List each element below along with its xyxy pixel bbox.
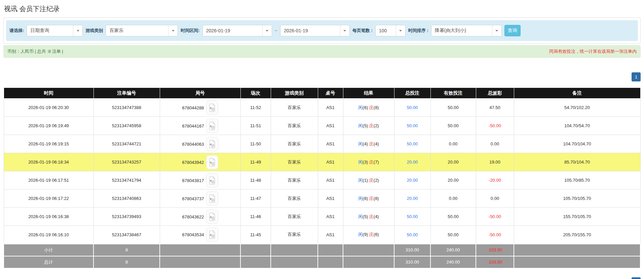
cell-total-bet: 50.00 — [394, 226, 430, 244]
cell-bet-id: 523134738467 — [93, 226, 160, 244]
round-number: 678043737 — [182, 196, 204, 201]
column-header-round: 局号 — [160, 88, 240, 99]
time-sort-select[interactable]: 降幂(由大到小) — [431, 25, 502, 36]
cell-table: AS1 — [318, 117, 343, 135]
result-banker-count: (8) — [374, 105, 379, 110]
video-replay-button[interactable] — [206, 101, 218, 115]
cell-result: 闲(6) 庄(8) — [343, 99, 394, 117]
video-file-icon — [209, 212, 216, 221]
cell-bet-id: 523134743257 — [93, 153, 160, 171]
video-replay-button[interactable] — [206, 191, 218, 206]
search-button[interactable]: 查询 — [504, 25, 521, 36]
game-category-label: 游戏类别 — [85, 28, 103, 34]
cell-round: 678043817 — [160, 171, 240, 189]
subtotal-valid-bet: 240.00 — [430, 244, 476, 256]
result-player-count: (3) — [363, 160, 368, 165]
result-player: 闲 — [358, 232, 363, 237]
currency-summary-text: 币别：人民币 | 总共 :8 注单 | — [7, 48, 63, 55]
cell-bet-id: 523134745958 — [93, 117, 160, 135]
caret-down-icon — [172, 30, 175, 32]
cell-payout: 19.00 — [476, 153, 514, 171]
video-replay-button[interactable] — [206, 210, 218, 224]
video-file-icon — [209, 158, 216, 167]
total-row: 总计 8 310.00 240.00 -103.50 — [4, 256, 640, 268]
table-header-row: 时间 注单编号 局号 场次 游戏类别 桌号 结果 总投注 有效投注 总派彩 备注 — [4, 88, 640, 99]
cell-result: 闲(3) 庄(7) — [343, 153, 394, 171]
table-row: 2026-01-19 06:19:15 523134744721 6780440… — [4, 135, 640, 153]
result-banker: 庄 — [369, 232, 374, 237]
cell-result: 闲(4) 庄(4) — [343, 135, 394, 153]
time-sort-caret — [492, 25, 501, 36]
video-file-icon — [209, 176, 216, 185]
cell-bet-id: 523134739493 — [93, 208, 160, 226]
table-row: 2026-01-19 06:16:10 523134738467 6780435… — [4, 226, 640, 244]
total-count: 8 — [93, 256, 160, 268]
caret-down-icon — [399, 30, 402, 32]
date-to-select[interactable]: 2026-01-19 — [280, 25, 350, 36]
cell-time: 2026-01-19 06:19:49 — [4, 117, 93, 135]
cell-note: 85.70/104.70 — [514, 153, 640, 171]
cell-time: 2026-01-19 06:17:22 — [4, 189, 93, 208]
table-row: 2026-01-19 06:17:51 523134741794 6780438… — [4, 171, 640, 189]
game-category-select[interactable]: 百家乐 — [106, 25, 178, 36]
date-from-select[interactable]: 2026-01-19 — [202, 25, 272, 36]
page-size-label: 每页笔数 : — [352, 28, 373, 34]
game-category-value: 百家乐 — [106, 25, 168, 36]
column-header-result: 结果 — [343, 88, 394, 99]
video-replay-button[interactable] — [206, 119, 218, 133]
total-label: 总计 — [4, 256, 93, 268]
cell-payout: 0.00 — [476, 135, 514, 153]
pagination-top: 1 — [3, 72, 641, 81]
cell-note: 104.70/54.70 — [514, 117, 640, 135]
result-player-count: (5) — [363, 123, 368, 128]
round-number: 678044288 — [182, 105, 204, 110]
cell-total-bet: 20.00 — [394, 171, 430, 189]
result-banker: 庄 — [369, 196, 374, 201]
cell-valid-bet: 50.00 — [430, 99, 476, 117]
cell-table: AS1 — [318, 189, 343, 208]
cell-result: 闲(1) 庄(2) — [343, 171, 394, 189]
filter-bar: 请选择: 日期查询 游戏类别 百家乐 时间区间: 2026-01-19 ~ 20… — [6, 20, 638, 41]
cell-round: 678043737 — [160, 189, 240, 208]
result-player-count: (9) — [363, 232, 368, 237]
round-number: 678043622 — [182, 214, 204, 219]
caret-down-icon — [77, 30, 79, 32]
subtotal-count: 8 — [93, 244, 160, 256]
cell-game: 百家乐 — [271, 226, 318, 244]
result-player-count: (6) — [363, 105, 368, 110]
video-file-icon — [209, 140, 216, 148]
cell-note: 54.70/102.20 — [514, 99, 640, 117]
column-header-time: 时间 — [4, 88, 93, 99]
result-banker-count: (6) — [374, 232, 379, 237]
date-range-separator: ~ — [275, 28, 277, 33]
cell-session: 11-52 — [240, 99, 271, 117]
video-file-icon — [209, 230, 216, 239]
round-number: 678044167 — [182, 123, 204, 128]
subtotal-row: 小计 8 310.00 240.00 -103.50 — [4, 244, 640, 256]
cell-time: 2026-01-19 06:20:30 — [4, 99, 93, 117]
column-header-game: 游戏类别 — [271, 88, 318, 99]
video-replay-button[interactable] — [206, 137, 218, 151]
result-player: 闲 — [358, 160, 363, 165]
query-type-value: 日期查询 — [27, 25, 73, 36]
table-row: 2026-01-19 06:20:30 523134747388 6780442… — [4, 99, 640, 117]
cell-round: 678044288 — [160, 99, 240, 117]
video-replay-button[interactable] — [206, 155, 218, 169]
cell-note: 104.70/104.70 — [514, 135, 640, 153]
result-banker: 庄 — [369, 141, 374, 146]
page-1-button[interactable]: 1 — [632, 277, 641, 279]
total-valid-bet: 240.00 — [430, 256, 476, 268]
cell-bet-id: 523134740863 — [93, 189, 160, 208]
result-banker-count: (2) — [374, 123, 379, 128]
cell-result: 闲(5) 庄(2) — [343, 117, 394, 135]
video-file-icon — [209, 103, 216, 112]
cell-game: 百家乐 — [271, 135, 318, 153]
cell-bet-id: 523134747388 — [93, 99, 160, 117]
page-1-button[interactable]: 1 — [632, 72, 641, 81]
video-replay-button[interactable] — [206, 173, 218, 187]
query-type-select[interactable]: 日期查询 — [27, 25, 83, 36]
cell-total-bet: 50.00 — [394, 135, 430, 153]
filter-panel: 请选择: 日期查询 游戏类别 百家乐 时间区间: 2026-01-19 ~ 20… — [3, 18, 641, 44]
page-size-select[interactable]: 100 — [375, 25, 406, 36]
video-replay-button[interactable] — [206, 228, 218, 242]
